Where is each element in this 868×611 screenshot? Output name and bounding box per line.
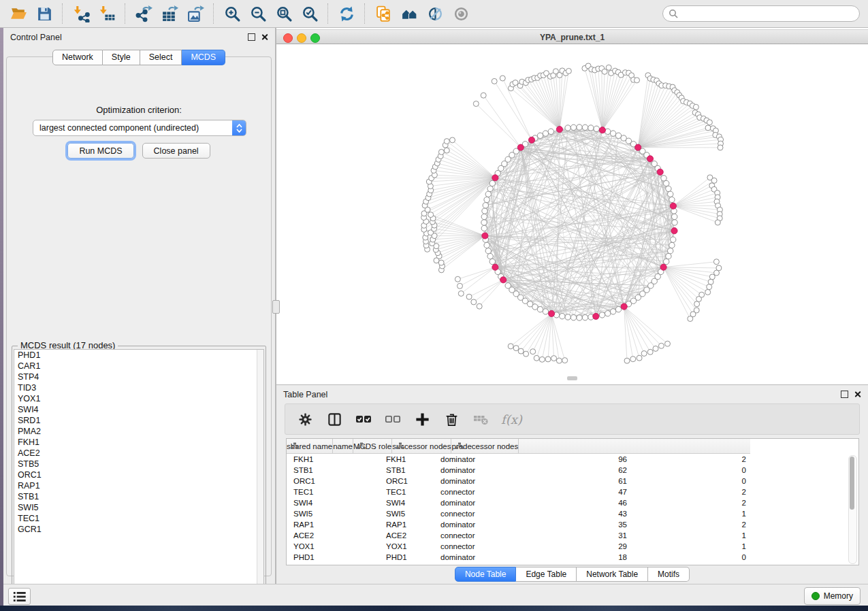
column-header[interactable]: predecessor nodes	[451, 439, 519, 453]
mcds-result-item[interactable]: YOX1	[14, 393, 263, 404]
network-overview-button[interactable]	[396, 2, 422, 25]
delete-column-button[interactable]	[443, 410, 460, 428]
cell-successor-nodes[interactable]: 35	[534, 519, 636, 530]
column-header[interactable]: shared name	[287, 439, 333, 453]
table-row[interactable]: YOX1 YOX1 connector 29 1	[287, 541, 858, 552]
table-row[interactable]: TEC1 TEC1 connector 47 2	[287, 486, 858, 497]
hide-details-button[interactable]	[422, 2, 448, 25]
mcds-result-item[interactable]: TEC1	[14, 513, 263, 524]
cell-shared-name[interactable]: RAP1	[287, 519, 377, 530]
cell-shared-name[interactable]: ACE2	[287, 530, 377, 541]
cell-name[interactable]: YOX1	[377, 541, 432, 552]
deselect-all-button[interactable]	[384, 410, 402, 428]
export-network-button[interactable]	[131, 2, 157, 25]
cell-predecessor-nodes[interactable]: 0	[636, 552, 750, 563]
search-input[interactable]	[662, 5, 860, 22]
cell-successor-nodes[interactable]: 43	[534, 508, 636, 519]
table-scrollbar-thumb[interactable]	[850, 457, 854, 510]
cell-predecessor-nodes[interactable]: 0	[636, 465, 750, 476]
close-panel-button[interactable]: Close panel	[142, 143, 210, 159]
cell-predecessor-nodes[interactable]: 1	[636, 508, 750, 519]
cell-shared-name[interactable]: SWI4	[287, 497, 377, 508]
float-panel-icon[interactable]	[841, 391, 848, 398]
cell-mcds-role[interactable]: dominator	[432, 519, 534, 530]
mcds-result-item[interactable]: STB5	[14, 459, 263, 469]
table-tab[interactable]: Edge Table	[516, 567, 577, 582]
cell-successor-nodes[interactable]: 61	[534, 476, 636, 486]
mcds-result-item[interactable]: RAP1	[14, 480, 263, 491]
import-table-button[interactable]	[94, 2, 120, 25]
zoom-out-button[interactable]	[245, 2, 271, 25]
network-hscroll-thumb[interactable]	[567, 376, 577, 380]
mcds-list-scrollbar[interactable]	[257, 350, 263, 598]
function-builder-button[interactable]: f(x)	[501, 412, 522, 427]
delete-table-button[interactable]	[472, 410, 489, 428]
cell-successor-nodes[interactable]: 18	[534, 552, 636, 563]
table-row[interactable]: STB1 STB1 dominator 62 0	[287, 465, 858, 476]
cell-predecessor-nodes[interactable]: 2	[636, 519, 750, 530]
cell-name[interactable]: ACE2	[377, 530, 432, 541]
table-tab[interactable]: Motifs	[648, 567, 690, 582]
cell-mcds-role[interactable]: dominator	[432, 465, 534, 476]
table-row[interactable]: RAP1 RAP1 dominator 35 2	[287, 519, 858, 530]
float-panel-icon[interactable]	[248, 33, 255, 41]
cell-name[interactable]: PHD1	[377, 552, 432, 563]
cell-successor-nodes[interactable]: 46	[534, 497, 636, 508]
table-row[interactable]: SWI4 SWI4 dominator 46 2	[287, 497, 858, 508]
cell-predecessor-nodes[interactable]: 1	[636, 530, 750, 541]
export-table-button[interactable]	[157, 2, 182, 25]
splitter-handle[interactable]	[272, 300, 280, 314]
table-row[interactable]: FKH1 FKH1 dominator 96 2	[287, 454, 858, 465]
control-tab[interactable]: Style	[103, 50, 140, 65]
cell-shared-name[interactable]: ORC1	[287, 476, 377, 486]
table-row[interactable]: PHD1 PHD1 dominator 18 0	[287, 552, 858, 563]
cell-mcds-role[interactable]: connector	[432, 508, 534, 519]
table-row[interactable]: ACE2 ACE2 connector 31 1	[287, 530, 858, 541]
control-tab[interactable]: Select	[140, 50, 182, 65]
cell-shared-name[interactable]: SWI5	[287, 508, 377, 519]
cell-successor-nodes[interactable]: 47	[534, 486, 636, 497]
cell-predecessor-nodes[interactable]: 2	[636, 454, 750, 465]
cell-successor-nodes[interactable]: 31	[534, 530, 636, 541]
cell-name[interactable]: SWI4	[377, 497, 432, 508]
cell-name[interactable]: STB1	[377, 465, 432, 476]
criterion-select[interactable]: largest connected component (undirected)	[33, 120, 246, 136]
mcds-result-item[interactable]: STB1	[14, 491, 263, 502]
memory-button[interactable]: Memory	[804, 587, 861, 605]
mcds-result-item[interactable]: PHD1	[14, 350, 263, 361]
cell-shared-name[interactable]: TEC1	[287, 486, 377, 497]
table-scrollbar[interactable]	[848, 455, 857, 564]
column-header[interactable]: successor nodes	[392, 439, 451, 453]
cell-mcds-role[interactable]: connector	[432, 530, 534, 541]
mcds-result-item[interactable]: PMA2	[14, 426, 263, 437]
mcds-result-item[interactable]: ORC1	[14, 469, 263, 480]
cell-mcds-role[interactable]: connector	[432, 486, 534, 497]
add-column-button[interactable]	[413, 410, 431, 428]
zoom-selected-button[interactable]	[297, 2, 323, 25]
mcds-result-item[interactable]: SRD1	[14, 415, 263, 426]
select-all-button[interactable]	[355, 410, 372, 428]
cell-name[interactable]: TEC1	[377, 486, 432, 497]
cell-mcds-role[interactable]: dominator	[432, 454, 534, 465]
settings-gear-button[interactable]	[296, 410, 314, 428]
import-network-button[interactable]	[68, 2, 94, 25]
cell-predecessor-nodes[interactable]: 1	[636, 541, 750, 552]
cell-name[interactable]: FKH1	[377, 454, 432, 465]
cell-name[interactable]: SWI5	[377, 508, 432, 519]
cell-successor-nodes[interactable]: 29	[534, 541, 636, 552]
clone-network-button[interactable]	[370, 2, 396, 25]
cell-mcds-role[interactable]: dominator	[432, 497, 534, 508]
save-session-button[interactable]	[31, 2, 57, 25]
cell-predecessor-nodes[interactable]: 2	[636, 497, 750, 508]
cell-shared-name[interactable]: FKH1	[287, 454, 377, 465]
mcds-result-item[interactable]: GCR1	[14, 524, 263, 535]
column-header[interactable]: MCDS role	[353, 439, 392, 453]
cell-predecessor-nodes[interactable]: 0	[636, 476, 750, 486]
cell-name[interactable]: ORC1	[377, 476, 432, 486]
close-panel-icon[interactable]	[261, 33, 268, 41]
close-panel-icon[interactable]	[854, 391, 861, 398]
mcds-result-item[interactable]: FKH1	[14, 437, 263, 448]
cell-mcds-role[interactable]: connector	[432, 541, 534, 552]
cell-shared-name[interactable]: STB1	[287, 465, 377, 476]
table-tab[interactable]: Network Table	[577, 567, 648, 582]
